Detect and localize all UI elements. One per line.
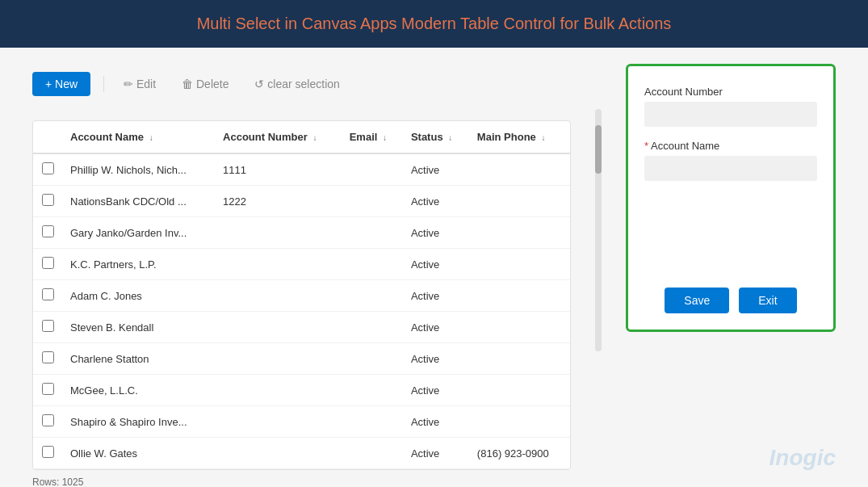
cell-main-phone: (816) 923-0900 [469, 438, 570, 469]
toolbar: + New ✏ Edit 🗑 Delete ↺ clear selection [32, 64, 571, 104]
data-table-container: Account Name ↓ Account Number ↓ Email ↓ [32, 120, 571, 470]
row-checkbox-8[interactable] [42, 414, 54, 426]
col-account-number[interactable]: Account Number ↓ [215, 121, 342, 153]
cell-email [342, 186, 403, 217]
form-panel: Account Number *Account Name Save Exit [626, 64, 836, 332]
table-header-row: Account Name ↓ Account Number ↓ Email ↓ [33, 121, 570, 153]
select-all-col [33, 121, 62, 153]
table-row: Charlene Statton Active [33, 343, 570, 375]
cell-status: Active [403, 280, 469, 312]
col-status[interactable]: Status ↓ [403, 121, 469, 153]
rows-info: Rows: 1025 [32, 477, 571, 487]
scrollbar-area[interactable] [595, 64, 602, 487]
table-row: Ollie W. Gates Active (816) 923-0900 [33, 438, 570, 469]
edit-button[interactable]: ✏ Edit [117, 72, 162, 96]
cell-main-phone [469, 280, 570, 312]
account-name-input[interactable] [644, 156, 817, 181]
row-checkbox-cell[interactable] [33, 217, 62, 249]
account-number-group: Account Number [644, 86, 817, 127]
table-row: NationsBank CDC/Old ... 1222 Active [33, 186, 570, 217]
cell-account-name: Charlene Statton [62, 343, 215, 375]
cell-email [342, 217, 403, 249]
table-row: McGee, L.L.C. Active [33, 375, 570, 406]
account-number-input[interactable] [644, 102, 817, 127]
row-checkbox-5[interactable] [42, 320, 54, 332]
cell-account-name: Shapiro & Shapiro Inve... [62, 406, 215, 438]
delete-button[interactable]: 🗑 Delete [175, 72, 235, 96]
row-checkbox-1[interactable] [42, 194, 54, 206]
account-number-label: Account Number [644, 86, 817, 98]
cell-status: Active [403, 186, 469, 217]
cell-account-name: Phillip W. Nichols, Nich... [62, 153, 215, 186]
cell-account-number [215, 375, 342, 406]
cell-account-number [215, 280, 342, 312]
row-checkbox-2[interactable] [42, 225, 54, 237]
cell-account-number [215, 249, 342, 280]
cell-email [342, 249, 403, 280]
table-body: Phillip W. Nichols, Nich... 1111 Active … [33, 153, 570, 469]
cell-account-name: NationsBank CDC/Old ... [62, 186, 215, 217]
row-checkbox-0[interactable] [42, 162, 54, 174]
cell-account-number: 1111 [215, 153, 342, 186]
cell-status: Active [403, 217, 469, 249]
row-checkbox-4[interactable] [42, 288, 54, 300]
cell-account-number: 1222 [215, 186, 342, 217]
cell-account-name: Ollie W. Gates [62, 438, 215, 469]
cell-account-number [215, 343, 342, 375]
cell-email [342, 375, 403, 406]
new-button[interactable]: + New [32, 72, 90, 96]
cell-main-phone [469, 153, 570, 186]
row-checkbox-7[interactable] [42, 383, 54, 395]
data-table: Account Name ↓ Account Number ↓ Email ↓ [33, 121, 570, 469]
cell-account-name: McGee, L.L.C. [62, 375, 215, 406]
row-checkbox-9[interactable] [42, 446, 54, 458]
cell-account-name: Steven B. Kendall [62, 312, 215, 343]
row-checkbox-cell[interactable] [33, 280, 62, 312]
cell-email [342, 406, 403, 438]
row-checkbox-cell[interactable] [33, 375, 62, 406]
sort-email-icon: ↓ [383, 133, 387, 142]
cell-status: Active [403, 312, 469, 343]
row-checkbox-6[interactable] [42, 351, 54, 363]
row-checkbox-cell[interactable] [33, 343, 62, 375]
row-checkbox-cell[interactable] [33, 186, 62, 217]
row-checkbox-3[interactable] [42, 257, 54, 269]
row-checkbox-cell[interactable] [33, 312, 62, 343]
save-button[interactable]: Save [665, 288, 729, 313]
toolbar-separator-1 [103, 76, 104, 92]
cell-account-name: Gary Janko/Garden Inv... [62, 217, 215, 249]
col-main-phone[interactable]: Main Phone ↓ [469, 121, 570, 153]
cell-status: Active [403, 249, 469, 280]
table-row: Steven B. Kendall Active [33, 312, 570, 343]
cell-status: Active [403, 406, 469, 438]
scrollbar-thumb[interactable] [595, 125, 602, 174]
form-buttons: Save Exit [644, 288, 817, 313]
row-checkbox-cell[interactable] [33, 438, 62, 469]
page-title: Multi Select in Canvas Apps Modern Table… [197, 15, 672, 32]
cell-status: Active [403, 438, 469, 469]
cell-main-phone [469, 343, 570, 375]
table-row: Adam C. Jones Active [33, 280, 570, 312]
cell-account-number [215, 438, 342, 469]
main-content: + New ✏ Edit 🗑 Delete ↺ clear selection … [0, 48, 868, 487]
row-checkbox-cell[interactable] [33, 153, 62, 186]
row-checkbox-cell[interactable] [33, 249, 62, 280]
cell-status: Active [403, 153, 469, 186]
account-name-group: *Account Name [644, 140, 817, 181]
clear-selection-button[interactable]: ↺ clear selection [248, 72, 346, 96]
exit-button[interactable]: Exit [739, 288, 796, 313]
cell-account-number [215, 217, 342, 249]
sort-account-name-icon: ↓ [149, 133, 153, 142]
cell-account-name: Adam C. Jones [62, 280, 215, 312]
col-email[interactable]: Email ↓ [342, 121, 403, 153]
scrollbar-track[interactable] [595, 109, 602, 351]
table-row: Phillip W. Nichols, Nich... 1111 Active [33, 153, 570, 186]
cell-main-phone [469, 375, 570, 406]
cell-main-phone [469, 186, 570, 217]
cell-account-number [215, 406, 342, 438]
row-checkbox-cell[interactable] [33, 406, 62, 438]
cell-email [342, 343, 403, 375]
cell-email [342, 312, 403, 343]
col-account-name[interactable]: Account Name ↓ [62, 121, 215, 153]
cell-email [342, 438, 403, 469]
